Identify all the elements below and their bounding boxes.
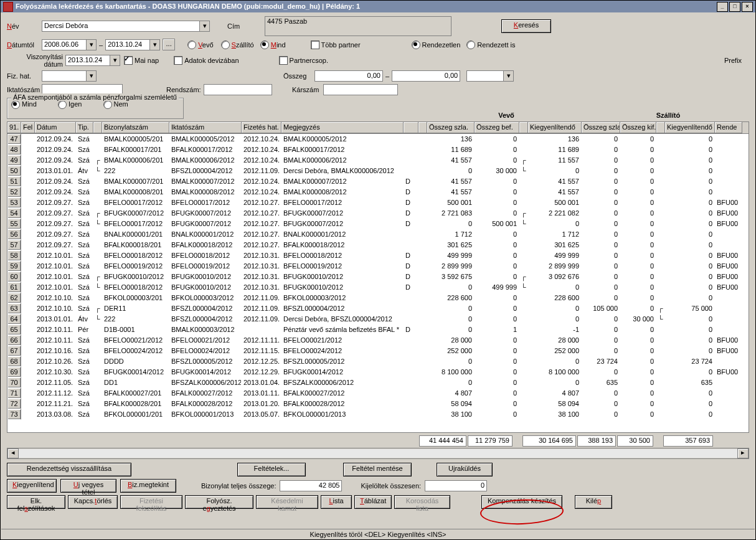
ujvegyes-button[interactable]: Uj vegyes tétel bbox=[60, 479, 116, 493]
table-row[interactable]: 722012.11.21.SzáBFALK000028/201BFALK0000… bbox=[7, 399, 749, 409]
datum2-dropdown[interactable]: ▾ bbox=[150, 39, 160, 50]
tobbpartner-check[interactable] bbox=[311, 40, 319, 49]
scroll-left[interactable]: ◂ bbox=[7, 448, 19, 458]
datum2-input[interactable]: 2013.10.24 bbox=[105, 39, 150, 50]
kereses-button[interactable]: Keresés bbox=[501, 19, 551, 33]
col-ln[interactable] bbox=[93, 122, 102, 133]
table-row[interactable]: 642013.01.01.Átv└222BFSZL000004/20122012… bbox=[7, 314, 749, 324]
table-row[interactable]: 622012.10.10.SzáBFKOL000003/201BFKOL0000… bbox=[7, 293, 749, 303]
col-fel[interactable]: Fel bbox=[21, 122, 35, 133]
fizhat-dropdown[interactable]: ▾ bbox=[87, 70, 97, 82]
table-row[interactable]: 682012.10.26.SzáDDDDBFSZL000005/20122012… bbox=[7, 356, 749, 367]
data-grid[interactable]: 91.FelDátumTip.BizonylatszámIktatószámFi… bbox=[7, 121, 749, 433]
vevo-radio[interactable] bbox=[187, 40, 196, 49]
bizmeg-button[interactable]: Biz.megtekint bbox=[120, 479, 176, 493]
fizhat-input[interactable] bbox=[42, 70, 87, 82]
table-row[interactable]: 652012.10.11.PérD1B-0001BMALK000003/2012… bbox=[7, 324, 749, 335]
col-biz[interactable]: Bizonylatszám bbox=[102, 122, 169, 133]
feltetelek-button[interactable]: Feltételek... bbox=[237, 463, 306, 476]
afa-nem-radio[interactable] bbox=[103, 100, 112, 109]
korosod-button[interactable]: Korosodás lista bbox=[394, 495, 450, 509]
rendvissza-button[interactable]: Rendezettség visszaállítása bbox=[7, 463, 131, 476]
table-row[interactable]: 712012.11.12.SzáBFALK000027/201BFALK0000… bbox=[7, 388, 749, 399]
table-row[interactable]: 512012.09.24.SzáBMALK000007/201BMALK0000… bbox=[7, 176, 749, 187]
kapcstor-button[interactable]: Kapcs.törlés bbox=[68, 495, 118, 509]
col-d[interactable] bbox=[404, 122, 418, 133]
kiegy-button[interactable]: Kiegyenlítend bbox=[7, 479, 57, 493]
table-row[interactable]: 502013.01.01.Átv└222BFSZL000004/20122012… bbox=[7, 166, 749, 176]
col-kie[interactable]: Kiegyenlítendő bbox=[528, 122, 582, 133]
maximize-button[interactable]: □ bbox=[729, 2, 740, 12]
table-row[interactable]: 632012.10.10.Szá┌DER11BFSZL000004/201220… bbox=[7, 303, 749, 314]
table-row[interactable]: 692012.10.30.SzáBFUGK00014/2012BFUGK0001… bbox=[7, 367, 749, 377]
adatokdev-check[interactable] bbox=[174, 56, 182, 65]
col-ikt[interactable]: Iktatószám bbox=[169, 122, 242, 133]
elkfelsz-button[interactable]: Elk. felszólítások bbox=[7, 495, 65, 509]
nev-input[interactable]: Dercsi Debóra bbox=[42, 21, 200, 32]
table-row[interactable]: 582012.10.01.SzáBFELO00018/2012BFELO0001… bbox=[7, 250, 749, 261]
lista-button[interactable]: Lista bbox=[321, 495, 352, 509]
afa-igen-radio[interactable] bbox=[58, 100, 67, 109]
col-g2[interactable] bbox=[519, 122, 528, 133]
rendezettis-radio[interactable] bbox=[466, 40, 475, 49]
karszam-input[interactable] bbox=[323, 84, 398, 95]
col-n[interactable]: 91. bbox=[7, 122, 21, 133]
close-button[interactable]: × bbox=[742, 2, 753, 12]
feltmentes-button[interactable]: Feltétel mentése bbox=[343, 463, 412, 476]
col-osz2[interactable]: Összeg szla bbox=[582, 122, 620, 133]
keskamat-button[interactable]: Késedelmi kamat bbox=[256, 495, 318, 509]
table-row[interactable]: 662012.10.11.SzáBFELO00021/2012BFELO0002… bbox=[7, 335, 749, 346]
datum1-dropdown[interactable]: ▾ bbox=[87, 39, 97, 50]
col-kie2[interactable]: Kiegyenlítendő bbox=[665, 122, 715, 133]
table-row[interactable]: 562012.09.27.SzáBNALK000001/201BNALK0000… bbox=[7, 229, 749, 240]
table-row[interactable]: 492012.09.24.Szá┌BMALK000006/201BMALK000… bbox=[7, 155, 749, 166]
partnercsop-check[interactable] bbox=[279, 56, 288, 65]
table-row[interactable]: 532012.09.27.SzáBFELO00017/2012BFELO0001… bbox=[7, 197, 749, 208]
table-row[interactable]: 472012.09.24.SzáBMALK000005/201BMALK0000… bbox=[7, 134, 749, 144]
folyegy-button[interactable]: Folyósz. egyeztetés bbox=[185, 495, 253, 509]
col-obef[interactable]: Összeg bef. bbox=[475, 122, 519, 133]
osszeg2-input[interactable]: 0,00 bbox=[392, 70, 460, 82]
table-row[interactable]: 672012.10.16.SzáBFELO00024/2012BFELO0002… bbox=[7, 346, 749, 356]
col-rend[interactable]: Rende bbox=[715, 122, 742, 133]
date-more-button[interactable]: ... bbox=[163, 39, 175, 50]
table-row[interactable]: 522012.09.24.SzáBMALK000008/201BMALK0000… bbox=[7, 187, 749, 197]
prefix-input[interactable] bbox=[466, 70, 504, 82]
datum1-input[interactable]: 2008.06.06 bbox=[42, 39, 87, 50]
col-meg[interactable]: Megjegyzés bbox=[281, 122, 404, 133]
col-fh[interactable]: Fizetés hat. bbox=[242, 122, 281, 133]
fizfelsz-button[interactable]: Fizetési felszólítás bbox=[120, 495, 182, 509]
viszdatum-dropdown[interactable]: ▾ bbox=[110, 55, 120, 66]
viszdatum-input[interactable]: 2013.10.24 bbox=[65, 55, 110, 66]
scroll-right[interactable]: ▸ bbox=[737, 448, 749, 458]
table-row[interactable]: 482012.09.24.SzáBFALK000017/201BFALK0000… bbox=[7, 144, 749, 155]
kilep-button[interactable]: Kilép bbox=[575, 495, 612, 509]
col-oszla[interactable]: Összeg szla. bbox=[427, 122, 475, 133]
table-row[interactable]: 592012.10.01.SzáBFELO00019/2012BFELO0001… bbox=[7, 261, 749, 272]
col-okif[interactable]: Összeg kif. bbox=[620, 122, 656, 133]
col-datum[interactable]: Dátum bbox=[35, 122, 76, 133]
prefix-dropdown[interactable]: ▾ bbox=[504, 70, 514, 82]
mind-radio[interactable] bbox=[260, 40, 269, 49]
mainap-check[interactable] bbox=[124, 56, 133, 65]
rendezetlen-radio[interactable] bbox=[412, 40, 420, 49]
tablazat-button[interactable]: Táblázat bbox=[354, 495, 392, 509]
col-tip[interactable]: Tip. bbox=[76, 122, 93, 133]
nev-dropdown[interactable]: ▾ bbox=[200, 21, 210, 32]
szallito-radio[interactable] bbox=[221, 40, 230, 49]
table-row[interactable]: 702012.11.05.SzáDD1BFSZALK000006/2012201… bbox=[7, 377, 749, 388]
table-row[interactable]: 572012.09.27.SzáBFALK000018/201BFALK0000… bbox=[7, 240, 749, 250]
minimize-button[interactable]: _ bbox=[717, 2, 728, 12]
rendszam-input[interactable] bbox=[204, 84, 272, 95]
table-row[interactable]: 612012.10.01.Szá└BFELO00018/2012BFUGK000… bbox=[7, 282, 749, 293]
table-row[interactable]: 602012.10.01.Szá┌BFUGK00010/2012BFUGK000… bbox=[7, 272, 749, 282]
table-row[interactable]: 542012.09.27.Szá┌BFUGK00007/2012BFUGK000… bbox=[7, 208, 749, 219]
col-g3[interactable] bbox=[656, 122, 665, 133]
kompenz-button[interactable]: Kompenzálás készítés bbox=[481, 495, 562, 509]
horizontal-scrollbar[interactable]: ◂ ▸ bbox=[7, 448, 749, 459]
table-row[interactable]: 552012.09.27.Szá└BFELO00017/2012BFUGK000… bbox=[7, 219, 749, 229]
col-g1[interactable] bbox=[418, 122, 427, 133]
afa-mind-radio[interactable] bbox=[11, 100, 20, 109]
table-row[interactable]: 732013.03.08.SzáBFKOL000001/201BFKOL0000… bbox=[7, 409, 749, 420]
ujrakuld-button[interactable]: Ujraküldés bbox=[437, 463, 493, 476]
